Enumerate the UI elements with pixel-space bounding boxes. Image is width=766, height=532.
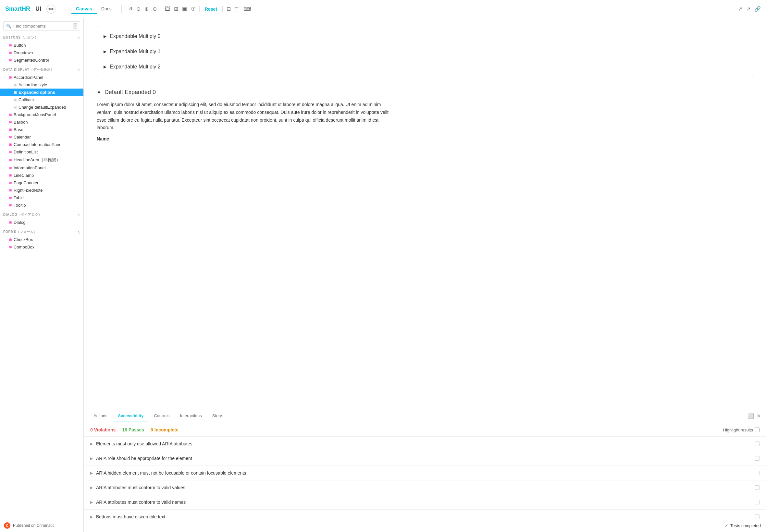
grid-icon-accordion: ⊞ bbox=[9, 76, 12, 79]
highlight-checkbox[interactable] bbox=[755, 428, 760, 432]
sidebar-item-headlinearea[interactable]: ⊞ HeadlineArea（非推奨） bbox=[0, 156, 83, 164]
viewport-icon[interactable]: ⊟ bbox=[226, 6, 231, 12]
sidebar-item-rightfixednote[interactable]: ⊞ RightFixedNote bbox=[0, 187, 83, 194]
sidebar-item-dialog[interactable]: ⊞ Dialog bbox=[0, 219, 83, 226]
sidebar-item-expandedoptions[interactable]: ▣ Expanded options bbox=[0, 89, 83, 96]
collapse-datadisplay[interactable]: ∧ bbox=[77, 67, 80, 72]
row-checkbox-2[interactable] bbox=[755, 471, 760, 475]
sidebar-item-label: InformationPanel bbox=[14, 165, 45, 170]
expandable-label-0: Expandable Multiply 0 bbox=[110, 33, 161, 39]
tab-actions[interactable]: Actions bbox=[89, 411, 112, 421]
violations-count[interactable]: 0 Violations bbox=[90, 427, 115, 432]
sidebar-item-compactinfo[interactable]: ⊞ CompactInformationPanel bbox=[0, 141, 83, 148]
sidebar-item-base[interactable]: ⊞ Base bbox=[0, 126, 83, 133]
link-icon[interactable]: 🔗 bbox=[754, 6, 761, 12]
grid-icon-calendar: ⊞ bbox=[9, 135, 12, 139]
sidebar-item-label: AccordionPanel bbox=[14, 75, 43, 80]
grid-icon-base: ⊞ bbox=[9, 128, 12, 131]
sidebar-item-label: Expanded options bbox=[18, 90, 55, 95]
sidebar-item-label: Calendar bbox=[14, 135, 31, 139]
grid-icon-dropdown: ⊞ bbox=[9, 51, 12, 54]
sidebar-item-label: Button bbox=[14, 43, 26, 48]
sidebar-item-segmented[interactable]: ⊞ SegmentedControl bbox=[0, 56, 83, 64]
sidebar-item-definitionlist[interactable]: ⊞ DefinitionList bbox=[0, 148, 83, 156]
row-checkbox-3[interactable] bbox=[755, 485, 760, 490]
tab-accessibility[interactable]: Accessibility bbox=[113, 411, 148, 421]
tab-interactions[interactable]: Interactions bbox=[176, 411, 206, 421]
collapse-forms[interactable]: ∧ bbox=[77, 229, 80, 235]
zoom-out-icon[interactable]: ⊖ bbox=[136, 6, 140, 12]
sidebar-item-dropdown[interactable]: ⊞ Dropdown bbox=[0, 49, 83, 56]
expanded-arrow[interactable]: ▼ bbox=[97, 90, 101, 95]
frame-icon[interactable]: ▣ bbox=[182, 6, 187, 12]
sidebar-item-callback[interactable]: ▣ Callback bbox=[0, 96, 83, 103]
sidebar-item-accordionpanel[interactable]: ⊞ AccordionPanel bbox=[0, 74, 83, 81]
sidebar-item-changedefault[interactable]: ▣ Change defaultExpanded bbox=[0, 103, 83, 111]
more-button[interactable]: ••• bbox=[46, 5, 55, 14]
zoom-in-icon[interactable]: ⊕ bbox=[144, 6, 149, 12]
sidebar-item-lineclamp[interactable]: ⊞ LineClamp bbox=[0, 172, 83, 179]
expand-arrow-2[interactable]: ▶ bbox=[103, 65, 106, 69]
sidebar-item-calendar[interactable]: ⊞ Calendar bbox=[0, 133, 83, 141]
expand-arrow-1[interactable]: ▶ bbox=[103, 49, 106, 54]
highlight-label: Highlight results bbox=[723, 428, 760, 432]
sidebar-item-accordionstyle[interactable]: ▣ Accordion style bbox=[0, 81, 83, 89]
expand-icon[interactable]: ⤢ bbox=[738, 6, 742, 12]
chevron-icon-5[interactable]: ▶ bbox=[90, 515, 93, 519]
panel-split-icon[interactable]: ⬜ bbox=[748, 413, 754, 419]
search-input[interactable] bbox=[13, 24, 71, 29]
reload-icon[interactable]: ↺ bbox=[128, 6, 132, 12]
separator bbox=[61, 5, 61, 13]
row-checkbox-0[interactable] bbox=[755, 441, 760, 446]
sidebar-item-label: Table bbox=[14, 195, 24, 200]
chromatic-footer[interactable]: C Published on Chromatic bbox=[0, 519, 83, 532]
sidebar-item-pagecounter[interactable]: ⊞ PageCounter bbox=[0, 179, 83, 187]
sidebar-item-tooltip[interactable]: ⊞ Tooltip bbox=[0, 201, 83, 209]
tab-canvas[interactable]: Canvas bbox=[71, 4, 97, 14]
tab-story[interactable]: Story bbox=[208, 411, 226, 421]
sidebar-item-button[interactable]: ⊞ Button bbox=[0, 42, 83, 49]
chevron-icon-0[interactable]: ▶ bbox=[90, 442, 93, 446]
grid-icon-backgroundjobs: ⊞ bbox=[9, 113, 12, 116]
sidebar-item-combobox[interactable]: ⊞ ComboBox bbox=[0, 243, 83, 251]
sidebar-item-backgroundjobs[interactable]: ⊞ BackgroundJobsPanel bbox=[0, 111, 83, 118]
sidebar-item-label: DefinitionList bbox=[14, 150, 38, 154]
sidebar-item-checkbox[interactable]: ⊞ CheckBox bbox=[0, 236, 83, 243]
incomplete-count[interactable]: 0 Incomplete bbox=[151, 427, 178, 432]
tab-controls[interactable]: Controls bbox=[149, 411, 174, 421]
tab-docs[interactable]: Docs bbox=[97, 4, 116, 14]
row-checkbox-5[interactable] bbox=[755, 514, 760, 519]
reset-button[interactable]: Reset bbox=[205, 6, 217, 12]
app-logo: SmartHR bbox=[5, 6, 30, 12]
sidebar-item-balloon[interactable]: ⊞ Balloon bbox=[0, 118, 83, 126]
fullscreen-icon[interactable]: ⬚ bbox=[235, 6, 239, 12]
open-new-icon[interactable]: ↗ bbox=[746, 6, 750, 12]
sidebar-item-label: LineClamp bbox=[14, 173, 34, 178]
search-box[interactable]: 🔍 / bbox=[3, 21, 80, 30]
sidebar-item-table[interactable]: ⊞ Table bbox=[0, 194, 83, 201]
help-icon[interactable]: ⑦ bbox=[191, 6, 195, 12]
passes-count[interactable]: 16 Passes bbox=[122, 427, 144, 432]
sidebar-item-label: CompactInformationPanel bbox=[14, 142, 62, 147]
row-checkbox-4[interactable] bbox=[755, 500, 760, 504]
image-icon[interactable]: 🖼 bbox=[165, 6, 170, 12]
sidebar-item-informationpanel[interactable]: ⊞ InformationPanel bbox=[0, 164, 83, 172]
expand-arrow-0[interactable]: ▶ bbox=[103, 34, 106, 39]
chevron-icon-1[interactable]: ▶ bbox=[90, 456, 93, 461]
chevron-icon-3[interactable]: ▶ bbox=[90, 486, 93, 490]
expanded-section: ▼ Default Expanded 0 Lorem ipsum dolor s… bbox=[97, 84, 753, 147]
keyboard-icon[interactable]: ⌨ bbox=[243, 6, 251, 12]
collapse-dialog[interactable]: ∧ bbox=[77, 212, 80, 217]
chevron-icon-2[interactable]: ▶ bbox=[90, 471, 93, 475]
highlight-text: Highlight results bbox=[723, 428, 753, 432]
check-row-1: ▶ ARIA role should be appropriate for th… bbox=[84, 451, 766, 466]
collapse-buttons[interactable]: ∧ bbox=[77, 35, 80, 40]
row-checkbox-1[interactable] bbox=[755, 456, 760, 461]
panel-close-icon[interactable]: ✕ bbox=[757, 413, 761, 419]
section-header-buttons: BUTTONS（ボタン） ∧ bbox=[0, 32, 83, 42]
zoom-reset-icon[interactable]: ⊙ bbox=[152, 6, 157, 12]
chevron-icon-4[interactable]: ▶ bbox=[90, 500, 93, 504]
story-icon-callback: ▣ bbox=[14, 98, 17, 102]
sidebar-item-label: Balloon bbox=[14, 120, 28, 125]
grid-icon[interactable]: ⊞ bbox=[174, 6, 178, 12]
